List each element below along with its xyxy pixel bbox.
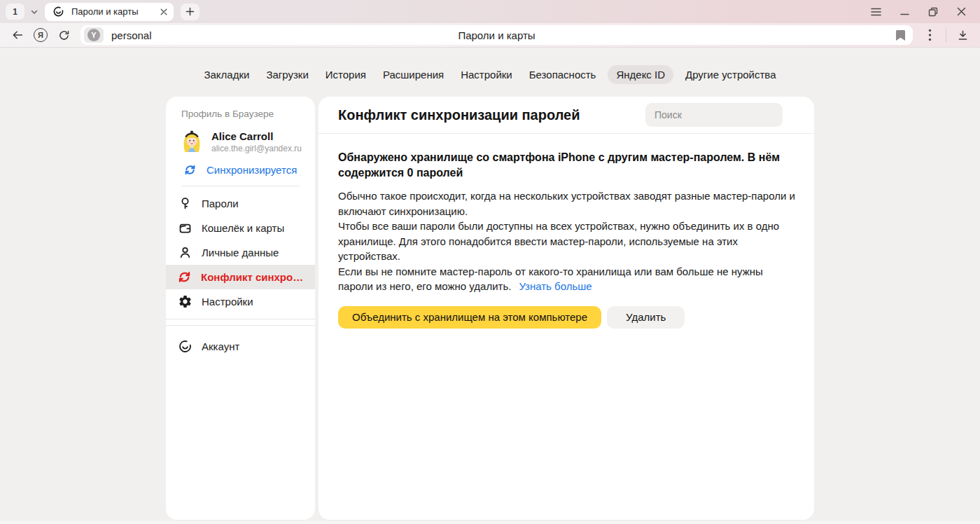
paragraph: Если вы не помните мастер-пароль от како… bbox=[338, 264, 797, 294]
sidebar-item-label: Пароли bbox=[202, 198, 239, 209]
sync-status-row[interactable]: Синхронизируется bbox=[183, 163, 304, 177]
merge-storage-button[interactable]: Объединить с хранилищем на этом компьюте… bbox=[338, 306, 601, 329]
conflict-description: Обычно такое происходит, когда на нескол… bbox=[338, 188, 797, 294]
tab-list-chevron-down-icon[interactable] bbox=[30, 8, 38, 16]
tab-title: Пароли и карты bbox=[71, 6, 153, 17]
address-bar[interactable]: Y personal Пароли и карты bbox=[80, 25, 913, 45]
main-body: Обнаружено хранилище со смартфона iPhone… bbox=[318, 134, 814, 329]
page-content: Закладки Загрузки История Расширения Нас… bbox=[0, 48, 980, 524]
sidebar-item-sync-conflict[interactable]: Конфликт синхрониз… bbox=[166, 265, 315, 289]
sidebar-item-label: Аккаунт bbox=[202, 340, 239, 352]
sidebar-section-gap bbox=[166, 319, 315, 325]
sidebar-item-account[interactable]: Аккаунт bbox=[166, 334, 315, 359]
sync-icon bbox=[183, 163, 197, 177]
main-header: Конфликт синхронизации паролей bbox=[318, 97, 814, 134]
profile-texts: Alice Carroll alice.the.girl@yandex.ru bbox=[211, 130, 302, 153]
yandex-id-smile-favicon-icon bbox=[52, 6, 64, 18]
sidebar-item-settings[interactable]: Настройки bbox=[166, 289, 315, 314]
profile-email: alice.the.girl@yandex.ru bbox=[211, 144, 302, 153]
new-tab-button[interactable] bbox=[181, 4, 200, 20]
sidebar-card: Профиль в Браузере bbox=[166, 97, 315, 520]
sidebar-item-personal-data[interactable]: Личные данные bbox=[166, 240, 315, 265]
bookmark-icon[interactable] bbox=[895, 29, 906, 41]
wallet-icon bbox=[177, 221, 192, 236]
tab-close-icon[interactable] bbox=[160, 8, 167, 15]
browser-window: 1 Пароли и карты bbox=[0, 0, 980, 524]
toolbar-more-icon[interactable] bbox=[920, 26, 939, 44]
key-icon bbox=[177, 196, 192, 212]
browser-toolbar: Я Y personal Пароли и карты bbox=[0, 23, 980, 48]
sidebar-item-label: Настройки bbox=[202, 296, 253, 308]
tab-counter-button[interactable]: 1 bbox=[6, 4, 24, 20]
profile-section-label: Профиль в Браузере bbox=[181, 109, 300, 119]
nav-tab-bookmarks[interactable]: Закладки bbox=[204, 69, 249, 81]
address-url-text: personal bbox=[111, 29, 152, 41]
close-window-icon[interactable] bbox=[957, 7, 966, 16]
reload-icon[interactable] bbox=[55, 26, 73, 44]
nav-tab-settings[interactable]: Настройки bbox=[461, 69, 512, 81]
page-title: Конфликт синхронизации паролей bbox=[338, 107, 580, 123]
nav-tab-downloads[interactable]: Загрузки bbox=[266, 69, 308, 81]
sidebar-divider bbox=[181, 186, 300, 186]
nav-tab-yandex-id[interactable]: Яндекс ID bbox=[608, 65, 673, 84]
sync-conflict-icon bbox=[177, 270, 192, 285]
actions-row: Объединить с хранилищем на этом компьюте… bbox=[338, 306, 794, 329]
sidebar-section-divider bbox=[166, 325, 315, 326]
main-card: Конфликт синхронизации паролей Обнаружен… bbox=[318, 97, 814, 520]
back-icon[interactable] bbox=[8, 26, 27, 44]
nav-tab-extensions[interactable]: Расширения bbox=[383, 69, 444, 81]
yandex-home-icon[interactable]: Я bbox=[31, 26, 50, 44]
paragraph: Обычно такое происходит, когда на нескол… bbox=[338, 188, 797, 219]
yandex-letter: Я bbox=[34, 28, 48, 42]
sidebar-item-label: Конфликт синхрониз… bbox=[201, 271, 309, 283]
search-input[interactable] bbox=[645, 103, 783, 127]
profile-name: Alice Carroll bbox=[211, 130, 302, 142]
restore-window-icon[interactable] bbox=[928, 7, 938, 17]
person-icon bbox=[177, 245, 192, 261]
nav-tab-other-devices[interactable]: Другие устройства bbox=[685, 69, 776, 81]
tab-strip: 1 Пароли и карты bbox=[0, 0, 980, 23]
avatar bbox=[178, 128, 205, 155]
delete-storage-button[interactable]: Удалить bbox=[607, 306, 685, 329]
settings-nav-tabs: Закладки Загрузки История Расширения Нас… bbox=[0, 65, 980, 83]
cards-row: Профиль в Браузере bbox=[0, 97, 980, 520]
nav-tab-history[interactable]: История bbox=[326, 69, 366, 81]
sync-status-label[interactable]: Синхронизируется bbox=[206, 164, 297, 176]
downloads-icon[interactable] bbox=[953, 26, 972, 44]
paragraph: Чтобы все ваши пароли были доступны на в… bbox=[338, 219, 797, 264]
gear-icon bbox=[177, 294, 192, 310]
sidebar-item-label: Кошелёк и карты bbox=[202, 222, 284, 234]
address-page-title: Пароли и карты bbox=[80, 29, 913, 41]
window-bottom-edge bbox=[0, 521, 980, 524]
conflict-heading: Обнаружено хранилище со смартфона iPhone… bbox=[338, 150, 797, 181]
minimize-window-icon[interactable] bbox=[900, 7, 909, 16]
sidebar-item-passwords[interactable]: Пароли bbox=[166, 191, 315, 216]
browser-tab[interactable]: Пароли и карты bbox=[45, 3, 174, 21]
sidebar-item-wallet-cards[interactable]: Кошелёк и карты bbox=[166, 216, 315, 240]
profile-row[interactable]: Alice Carroll alice.the.girl@yandex.ru bbox=[178, 128, 304, 155]
sidebar-menu: Пароли Кошелёк и карты bbox=[166, 191, 315, 314]
window-controls bbox=[871, 7, 966, 17]
toolbar-divider bbox=[946, 28, 946, 42]
nav-tab-security[interactable]: Безопасность bbox=[529, 69, 596, 81]
browser-menu-icon[interactable] bbox=[871, 8, 881, 16]
sidebar-item-label: Личные данные bbox=[202, 247, 279, 258]
yandex-id-smile-icon bbox=[177, 339, 192, 354]
learn-more-link[interactable]: Узнать больше bbox=[519, 280, 592, 292]
